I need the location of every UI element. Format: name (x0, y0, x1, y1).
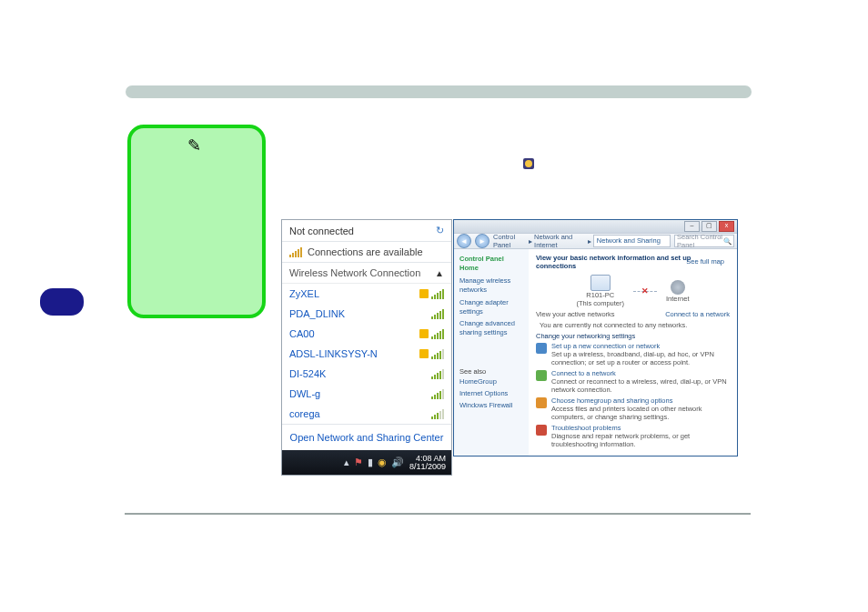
tray-chevron-icon[interactable]: ▴ (344, 456, 349, 468)
wifi-network-name: CA00 (289, 328, 315, 339)
chevron-up-icon: ▲ (435, 268, 444, 278)
wifi-signal (431, 308, 444, 319)
wifi-network-item[interactable]: CA00 (282, 324, 451, 344)
wifi-signal (431, 388, 444, 399)
taskbar: ▴ ⚑ ▮ ◉ 🔊 4:08 AM 8/11/2009 (282, 450, 451, 475)
secured-shield-icon (419, 349, 429, 358)
search-input[interactable]: Search Control Panel 🔍 (674, 235, 734, 247)
task-connect-network[interactable]: Connect to a network Connect or reconnec… (536, 369, 730, 394)
see-full-map-link[interactable]: See full map (686, 257, 724, 266)
open-network-center-label: Open Network and Sharing Center (290, 432, 444, 443)
active-networks-label: View your active networks (536, 310, 615, 318)
breadcrumb[interactable]: Control Panel ▸ Network and Internet ▸ N… (493, 233, 671, 249)
wifi-signal (431, 408, 444, 419)
sidebar-manage-wireless[interactable]: Manage wireless networks (459, 276, 523, 295)
nav-back-button[interactable]: ◄ (457, 234, 471, 248)
sidebar-see-also: See also (459, 367, 523, 376)
wifi-available-row: Connections are available (282, 242, 451, 263)
window-titlebar[interactable]: – ▢ x (454, 220, 737, 233)
crumb-network-internet[interactable]: Network and Internet (534, 233, 586, 249)
signal-icon (431, 348, 444, 359)
active-networks-msg: You are currently not connected to any n… (540, 321, 730, 329)
close-button[interactable]: x (719, 221, 734, 232)
notification-badge-icon (523, 158, 534, 169)
task-homegroup[interactable]: Choose homegroup and sharing options Acc… (536, 396, 730, 421)
signal-icon (431, 328, 444, 339)
network-tray-icon[interactable]: ◉ (378, 456, 387, 468)
minimize-button[interactable]: – (684, 221, 700, 232)
map-connector: ✕ (633, 291, 657, 292)
node-pc-sublabel: (This computer) (577, 299, 625, 307)
wifi-signal (419, 348, 444, 359)
taskbar-clock[interactable]: 4:08 AM 8/11/2009 (409, 455, 446, 471)
wifi-network-name: ZyXEL (289, 288, 319, 299)
volume-icon[interactable]: 🔊 (391, 456, 404, 468)
wifi-available-label: Connections are available (308, 246, 423, 257)
wifi-signal (419, 328, 444, 339)
task-desc: Access files and printers located on oth… (551, 405, 730, 421)
node-internet-label: Internet (666, 295, 689, 303)
task-troubleshoot[interactable]: Troubleshoot problems Diagnose and repai… (536, 424, 730, 448)
wifi-network-item[interactable]: PDA_DLINK (282, 304, 451, 324)
task-icon (536, 425, 547, 436)
taskbar-date: 8/11/2009 (409, 463, 446, 471)
explorer-navbar: ◄ ► Control Panel ▸ Network and Internet… (454, 233, 737, 249)
tray-icons[interactable]: ▴ ⚑ ▮ ◉ 🔊 (344, 456, 404, 468)
control-panel-sidebar: Control Panel Home Manage wireless netwo… (454, 249, 529, 456)
task-title: Connect to a network (551, 369, 730, 377)
nav-forward-button[interactable]: ► (475, 234, 490, 248)
search-icon: 🔍 (723, 237, 732, 246)
task-desc: Set up a wireless, broadband, dial-up, a… (551, 350, 730, 366)
signal-icon (431, 408, 444, 419)
header-capsule (126, 85, 752, 98)
pen-icon: ✎ (187, 135, 201, 156)
active-networks-row: View your active networks Connect to a n… (536, 310, 730, 318)
flag-icon[interactable]: ⚑ (354, 456, 363, 468)
open-network-center-link[interactable]: Open Network and Sharing Center (282, 424, 451, 450)
crumb-control-panel[interactable]: Control Panel (493, 233, 527, 249)
signal-icon (289, 246, 302, 257)
wifi-section-label: Wireless Network Connection (289, 267, 420, 278)
sidebar-internet-options[interactable]: Internet Options (459, 389, 523, 398)
change-settings-header: Change your networking settings (536, 332, 730, 340)
task-icon (536, 370, 547, 381)
sidebar-change-adapter[interactable]: Change adapter settings (459, 298, 523, 316)
sidebar-home[interactable]: Control Panel Home (459, 255, 523, 273)
sidebar-homegroup[interactable]: HomeGroup (459, 377, 523, 386)
wifi-signal (419, 288, 444, 299)
connect-to-network-link[interactable]: Connect to a network (665, 310, 730, 318)
wifi-network-item[interactable]: ADSL-LINKSYSY-N (282, 344, 451, 364)
note-box: ✎ (127, 125, 266, 318)
sidebar-change-sharing[interactable]: Change advanced sharing settings (459, 319, 523, 337)
battery-icon[interactable]: ▮ (368, 456, 373, 468)
wifi-network-list: ZyXELPDA_DLINKCA00ADSL-LINKSYSY-NDI-524K… (282, 284, 451, 424)
wifi-network-name: DI-524K (289, 368, 326, 379)
task-desc: Diagnose and repair network problems, or… (551, 432, 730, 448)
globe-icon (671, 280, 685, 295)
signal-icon (431, 308, 444, 319)
wifi-network-item[interactable]: DI-524K (282, 364, 451, 384)
sidebar-windows-firewall[interactable]: Windows Firewall (459, 401, 523, 410)
wifi-section-header[interactable]: Wireless Network Connection ▲ (282, 263, 451, 284)
crumb-sep-icon: ▸ (588, 237, 591, 246)
wifi-network-item[interactable]: DWL-g (282, 384, 451, 404)
wifi-status-row: Not connected ↻ (282, 220, 451, 242)
signal-icon (431, 288, 444, 299)
maximize-button[interactable]: ▢ (701, 221, 717, 232)
wifi-flyout: Not connected ↻ Connections are availabl… (281, 219, 452, 476)
wifi-network-name: DWL-g (289, 388, 320, 399)
wifi-network-item[interactable]: ZyXEL (282, 284, 451, 304)
secured-shield-icon (419, 289, 429, 298)
task-setup-connection[interactable]: Set up a new connection or network Set u… (536, 342, 730, 366)
node-internet: Internet (666, 280, 689, 303)
network-sharing-window: – ▢ x ◄ ► Control Panel ▸ Network and In… (453, 219, 738, 456)
task-title: Troubleshoot problems (551, 424, 730, 432)
ns-main-panel: View your basic network information and … (529, 249, 737, 456)
task-title: Choose homegroup and sharing options (551, 396, 730, 405)
wifi-network-item[interactable]: corega (282, 404, 451, 424)
node-this-pc: R101-PC (This computer) (577, 275, 625, 307)
refresh-icon[interactable]: ↻ (436, 225, 444, 236)
crumb-current[interactable]: Network and Sharing Center (593, 235, 671, 247)
signal-icon (431, 388, 444, 399)
secured-shield-icon (419, 329, 429, 338)
